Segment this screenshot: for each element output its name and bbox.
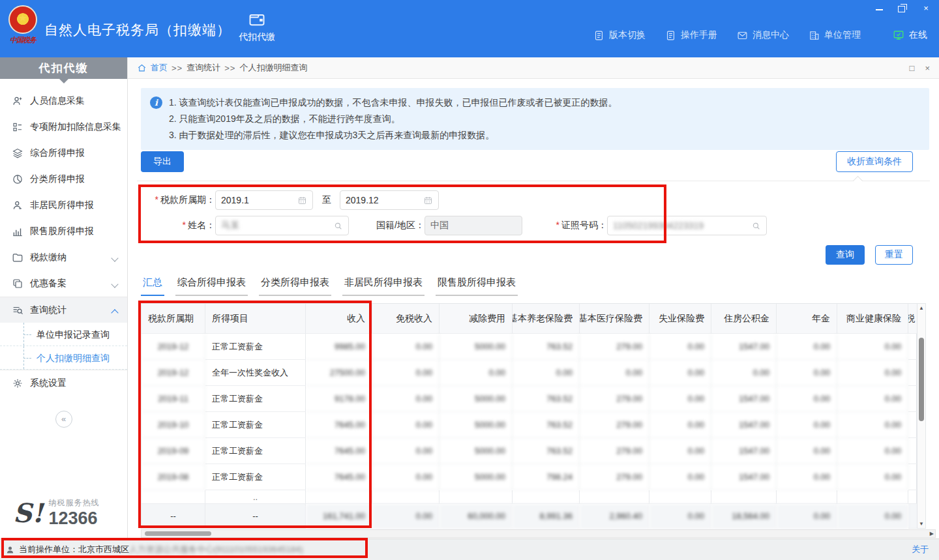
header-link[interactable]: 单位管理 xyxy=(809,29,861,41)
table-cell: 0.00 xyxy=(372,360,440,386)
header-quick-links: 版本切换操作手册消息中心单位管理 xyxy=(593,29,861,41)
chevron-up-icon xyxy=(112,307,118,314)
breadcrumb-home[interactable]: 首页 xyxy=(151,62,168,74)
sidebar-item[interactable]: 非居民所得申报 xyxy=(0,192,127,218)
search-icon[interactable] xyxy=(333,221,343,231)
close-icon[interactable]: × xyxy=(921,3,931,12)
table-cell: 1547.00 xyxy=(711,464,777,490)
sidebar-item[interactable]: 综合所得申报 xyxy=(0,140,127,166)
table-cell: 0.00 xyxy=(372,464,440,490)
sidebar-item[interactable]: 人员信息采集 xyxy=(0,88,127,114)
pane-close-icon[interactable]: × xyxy=(925,63,930,73)
table-row: 2019-09正常工资薪金7645.000.005000.00763.52279… xyxy=(142,438,916,464)
tab-item[interactable]: 非居民所得申报表 xyxy=(342,276,425,296)
search-icon[interactable] xyxy=(751,221,761,231)
calendar-icon[interactable] xyxy=(297,196,307,205)
period-from-input[interactable]: 2019.1 xyxy=(215,190,313,210)
wallet-icon xyxy=(246,10,267,29)
sidebar-collapse-button[interactable]: « xyxy=(55,411,72,428)
table-cell: 0.00 xyxy=(837,412,908,438)
about-link[interactable]: 关于 xyxy=(912,544,929,555)
collapse-filters-button[interactable]: 收折查询条件 xyxy=(836,151,913,172)
table-cell: .. xyxy=(205,490,306,504)
pane-controls: □ × xyxy=(910,63,930,73)
sidebar-item[interactable]: 优惠备案 xyxy=(0,271,127,297)
breadcrumb: 首页 >> 查询统计 >> 个人扣缴明细查询 □ × xyxy=(128,57,939,79)
breadcrumb-item: 查询统计 xyxy=(186,62,220,74)
horizontal-scroll-thumb[interactable] xyxy=(145,531,211,536)
app-header: × 中国税务 自然人电子税务局（扣缴端） 代扣代缴 版本切换操作手册消息中心单位… xyxy=(0,0,939,57)
header-link[interactable]: 消息中心 xyxy=(737,29,789,41)
header-link[interactable]: 版本切换 xyxy=(593,29,646,41)
sidebar-item[interactable]: 税款缴纳 xyxy=(0,244,127,271)
period-to-input[interactable]: 2019.12 xyxy=(340,190,439,210)
table-cell: 9985.00 xyxy=(306,334,372,360)
layers-icon xyxy=(12,147,23,159)
export-button[interactable]: 导出 xyxy=(141,151,184,172)
table-cell: 1547.00 xyxy=(711,386,777,412)
table-row: 2019-12正常工资薪金9985.000.005000.00763.52279… xyxy=(142,334,916,360)
table-cell xyxy=(711,490,777,504)
notice-line: 3. 由于数据处理的滞后性，建议您在申报成功3天之后再来查询最新的申报数据。 xyxy=(169,127,618,143)
table-cell xyxy=(649,490,711,504)
app-window: × 中国税务 自然人电子税务局（扣缴端） 代扣代缴 版本切换操作手册消息中心单位… xyxy=(0,0,939,560)
reset-button[interactable]: 重置 xyxy=(875,245,913,265)
table-cell: 正常工资薪金 xyxy=(205,464,306,490)
tab-item[interactable]: 综合所得申报表 xyxy=(175,276,248,296)
table-cell: -- xyxy=(142,504,205,529)
online-status-label: 在线 xyxy=(909,29,927,41)
horizontal-scrollbar[interactable]: ▶ xyxy=(141,529,936,538)
sidebar-subitem[interactable]: 单位申报记录查询 xyxy=(0,323,127,346)
user-icon xyxy=(5,545,15,555)
current-unit-label: 当前操作单位： xyxy=(19,544,78,555)
scroll-right-icon[interactable]: ▶ xyxy=(930,530,934,538)
query-button[interactable]: 查询 xyxy=(826,245,865,265)
pie-chart-icon xyxy=(12,173,23,185)
table-row: 2019-11正常工资薪金9178.000.005000.00763.52279… xyxy=(142,386,916,412)
sidebar-item-label: 查询统计 xyxy=(30,304,67,316)
table-cell: 0.00 xyxy=(837,360,908,386)
sidebar-item[interactable]: 分类所得申报 xyxy=(0,166,127,192)
tab-active[interactable]: 汇总 xyxy=(141,276,164,296)
tab-item[interactable]: 限售股所得申报表 xyxy=(436,276,518,296)
gear-icon xyxy=(12,377,23,389)
sidebar-item[interactable]: 系统设置 xyxy=(0,370,127,396)
sidebar-item[interactable]: 查询统计 xyxy=(0,297,127,323)
table-cell: 5000.00 xyxy=(440,438,513,464)
sidebar-item-label: 综合所得申报 xyxy=(30,147,85,159)
calendar-icon[interactable] xyxy=(423,196,433,205)
name-input[interactable]: 马某 xyxy=(215,216,349,235)
pane-popout-icon[interactable]: □ xyxy=(910,63,915,73)
chevron-down-icon xyxy=(112,254,118,261)
breadcrumb-item-current: 个人扣缴明细查询 xyxy=(239,62,307,74)
breadcrumb-separator: >> xyxy=(224,63,235,73)
table-cell: 60,000.00 xyxy=(440,504,513,529)
table-row: 2019-10正常工资薪金7645.000.005000.00763.52279… xyxy=(142,412,916,438)
vertical-scrollbar[interactable]: ▲ ▼ xyxy=(917,303,926,529)
restore-icon[interactable] xyxy=(897,3,908,12)
tab-item[interactable]: 分类所得申报表 xyxy=(259,276,331,296)
table-cell: 正常工资薪金 xyxy=(205,334,306,360)
table-cell: 税款所属期 xyxy=(142,304,205,334)
header-link[interactable]: 操作手册 xyxy=(665,29,717,41)
table-cell: 763.52 xyxy=(513,334,580,360)
sidebar-item[interactable]: 限售股所得申报 xyxy=(0,218,127,244)
period-label: *税款所属期： xyxy=(128,194,215,206)
name-label: *姓名： xyxy=(128,220,215,231)
scroll-up-icon[interactable]: ▲ xyxy=(917,304,925,312)
table-cell xyxy=(142,490,205,504)
sidebar-subitem[interactable]: 个人扣缴明细查询 xyxy=(0,346,127,370)
person-add-icon xyxy=(12,95,23,107)
minimize-icon[interactable] xyxy=(874,3,884,12)
logo-caption: 中国税务 xyxy=(5,35,40,45)
nationality-value: 中国 xyxy=(430,220,516,231)
search-list-icon xyxy=(12,304,23,316)
vertical-scroll-thumb[interactable] xyxy=(919,338,924,421)
sidebar-item[interactable]: 专项附加扣除信息采集 xyxy=(0,114,127,140)
monitor-check-icon xyxy=(893,29,904,41)
scroll-down-icon[interactable]: ▼ xyxy=(917,520,925,528)
table-cell: 0.00 xyxy=(649,438,711,464)
id-number-input[interactable]: 110502199304223319 xyxy=(607,216,767,235)
table-cell: 2019-08 xyxy=(142,464,205,490)
nav-tab-withholding[interactable]: 代扣代缴 xyxy=(227,10,287,43)
